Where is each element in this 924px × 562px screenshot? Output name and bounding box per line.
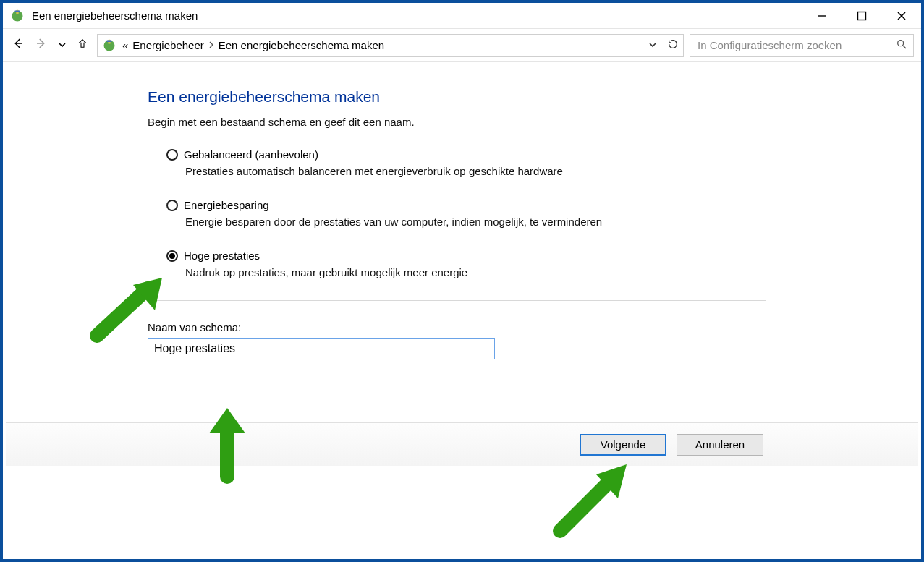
window-frame: Een energiebeheerschema maken — [0, 0, 924, 562]
plan-description: Nadruk op prestaties, maar gebruikt moge… — [185, 266, 767, 278]
plan-label: Energiebesparing — [184, 199, 269, 211]
search-icon[interactable] — [896, 38, 907, 52]
minimize-button[interactable] — [802, 3, 842, 28]
radio-balanced[interactable] — [166, 149, 178, 161]
power-plan-icon — [102, 38, 116, 53]
refresh-button[interactable] — [667, 38, 679, 52]
up-button[interactable] — [77, 38, 88, 53]
window-controls — [802, 3, 921, 28]
breadcrumb-prefix: « — [122, 39, 128, 51]
breadcrumb-item[interactable]: Energiebeheer — [132, 39, 203, 51]
window-title: Een energiebeheerschema maken — [32, 9, 802, 22]
main-content: Een energiebeheerschema maken Begin met … — [3, 62, 921, 359]
navbar: « Energiebeheer Een energiebeheerschema … — [3, 29, 921, 62]
svg-line-11 — [903, 46, 906, 48]
page-intro: Begin met een bestaand schema en geef di… — [148, 116, 921, 128]
plan-option-balanced[interactable]: Gebalanceerd (aanbevolen) Prestaties aut… — [166, 148, 767, 177]
address-dropdown-button[interactable] — [648, 40, 657, 51]
breadcrumb: « Energiebeheer Een energiebeheerschema … — [122, 39, 640, 51]
plan-description: Energie besparen door de prestaties van … — [185, 216, 767, 228]
back-button[interactable] — [12, 37, 25, 54]
breadcrumb-item[interactable]: Een energiebeheerschema maken — [219, 39, 384, 51]
forward-button[interactable] — [35, 37, 48, 54]
page-heading: Een energiebeheerschema maken — [148, 88, 921, 106]
close-button[interactable] — [881, 3, 921, 28]
power-plan-icon — [10, 9, 25, 23]
cancel-button[interactable]: Annuleren — [677, 434, 763, 456]
maximize-button[interactable] — [842, 3, 881, 28]
schema-name-label: Naam van schema: — [148, 321, 921, 333]
chevron-right-icon — [208, 41, 214, 51]
plan-label: Gebalanceerd (aanbevolen) — [184, 148, 318, 161]
search-box[interactable] — [690, 34, 914, 57]
divider — [148, 300, 766, 301]
plan-option-highperf[interactable]: Hoge prestaties Nadruk op prestaties, ma… — [166, 250, 767, 278]
svg-point-10 — [898, 41, 904, 46]
radio-energysave[interactable] — [166, 200, 178, 211]
plan-label: Hoge prestaties — [184, 250, 260, 262]
annotation-arrow — [546, 459, 632, 538]
next-button[interactable]: Volgende — [580, 434, 666, 456]
recent-locations-button[interactable] — [58, 38, 67, 53]
plan-option-energysave[interactable]: Energiebesparing Energie besparen door d… — [166, 199, 767, 228]
radio-highperf[interactable] — [166, 250, 178, 262]
titlebar: Een energiebeheerschema maken — [3, 3, 921, 29]
address-bar[interactable]: « Energiebeheer Een energiebeheerschema … — [97, 34, 684, 57]
schema-name-input[interactable] — [148, 338, 495, 359]
search-input[interactable] — [696, 38, 890, 52]
footer-bar: Volgende Annuleren — [6, 422, 918, 466]
nav-buttons — [10, 37, 91, 54]
svg-rect-3 — [857, 12, 865, 20]
plan-description: Prestaties automatisch balanceren met en… — [185, 165, 767, 177]
